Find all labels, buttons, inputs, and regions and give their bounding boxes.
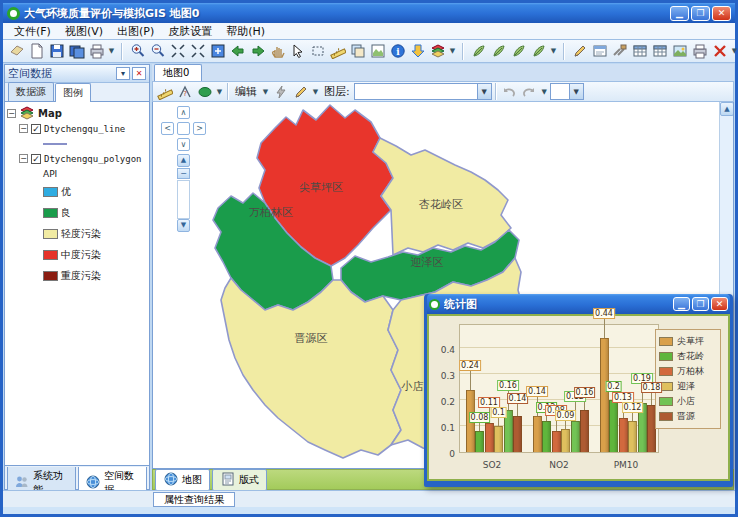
save-icon[interactable] — [47, 42, 66, 61]
measure-icon[interactable] — [328, 42, 347, 61]
pan-up-button[interactable]: ∧ — [177, 106, 190, 119]
chevron-down-icon[interactable]: ▼ — [477, 84, 491, 99]
attribute-form-icon[interactable] — [590, 42, 609, 61]
pan-down-button[interactable]: ∨ — [177, 138, 190, 151]
close-button[interactable]: ✕ — [712, 6, 731, 21]
edit-pencil-icon[interactable] — [570, 42, 589, 61]
dropdown-caret-icon[interactable]: ▼ — [107, 42, 116, 61]
map-viewer-icon[interactable] — [368, 42, 387, 61]
attribute-result-tab[interactable]: 属性查询结果 — [153, 492, 235, 507]
pan-icon[interactable] — [268, 42, 287, 61]
overlap-icon[interactable] — [348, 42, 367, 61]
globe-icon — [163, 471, 179, 489]
new-map-icon[interactable] — [27, 42, 46, 61]
dropdown-caret-icon[interactable]: ▼ — [730, 42, 738, 61]
select-icon[interactable] — [288, 42, 307, 61]
forward-icon[interactable] — [248, 42, 267, 61]
info-icon[interactable]: i — [388, 42, 407, 61]
dropdown-caret-icon[interactable]: ▼ — [549, 42, 558, 61]
chart-minimize-button[interactable]: ▁ — [673, 297, 690, 311]
maximize-button[interactable]: ❐ — [691, 6, 710, 21]
dropdown-caret-icon[interactable]: ▼ — [540, 82, 549, 101]
zoom-slider-track[interactable] — [177, 180, 190, 219]
dropdown-caret-icon[interactable]: ▼ — [448, 42, 457, 61]
zoom-in-center-icon[interactable] — [168, 42, 187, 61]
flash-icon[interactable] — [271, 82, 290, 101]
chart-maximize-button[interactable]: ❐ — [692, 297, 709, 311]
layers-icon[interactable] — [428, 42, 447, 61]
draw-tool-icon[interactable] — [509, 42, 528, 61]
field-label: API — [43, 169, 57, 179]
undo-icon[interactable] — [500, 82, 519, 101]
layer-combobox[interactable]: ▼ — [354, 83, 492, 100]
district-jinyuan[interactable] — [221, 278, 401, 458]
map-view-tab-1[interactable]: 版式 — [212, 469, 267, 491]
expander-icon[interactable]: − — [19, 124, 28, 133]
pan-left-button[interactable]: < — [161, 122, 174, 135]
dropdown-caret-icon[interactable]: ▼ — [311, 82, 320, 101]
zoom-out-center-icon[interactable] — [188, 42, 207, 61]
expander-icon[interactable]: − — [7, 109, 16, 118]
area-icon[interactable] — [195, 82, 214, 101]
print-icon[interactable] — [87, 42, 106, 61]
zoom-in-icon[interactable] — [128, 42, 147, 61]
chevron-down-icon[interactable]: ▼ — [569, 84, 583, 99]
full-extent-icon[interactable] — [208, 42, 227, 61]
export-icon[interactable] — [690, 42, 709, 61]
value-label: 0.14 — [526, 386, 548, 397]
district-label-xinghualing: 杏花岭区 — [418, 198, 463, 211]
panel-tab-1[interactable]: 图例 — [55, 83, 91, 102]
angle-icon[interactable]: ? — [175, 82, 194, 101]
pan-center-button[interactable] — [177, 122, 190, 135]
pin-icon[interactable]: ▾ — [116, 67, 130, 80]
delete-icon[interactable] — [710, 42, 729, 61]
zoom-slider-up-icon[interactable]: ▲ — [177, 154, 190, 167]
ruler-icon[interactable] — [155, 82, 174, 101]
pan-right-button[interactable]: > — [193, 122, 206, 135]
layers-icon — [19, 105, 35, 123]
workspace-icon[interactable] — [7, 42, 26, 61]
back-icon[interactable] — [228, 42, 247, 61]
status-bar — [3, 507, 735, 514]
draw-tool-icon[interactable] — [489, 42, 508, 61]
legend-item: 尖草坪 — [659, 334, 717, 349]
zoom-slider-thumb[interactable]: − — [177, 168, 190, 179]
panel-close-icon[interactable]: ✕ — [132, 67, 146, 80]
dropdown-caret-icon[interactable]: ▼ — [215, 82, 224, 101]
scale-combobox[interactable]: ▼ — [550, 83, 584, 100]
layer-checkbox[interactable]: ✓ — [31, 154, 41, 164]
minimize-button[interactable]: ▁ — [670, 6, 689, 21]
layer-checkbox[interactable]: ✓ — [31, 124, 41, 134]
value-label: 0.18 — [641, 382, 663, 393]
chart-close-button[interactable]: ✕ — [711, 297, 728, 311]
zoom-slider-down-icon[interactable]: ▼ — [177, 219, 190, 232]
sketch-icon[interactable] — [291, 82, 310, 101]
draw-tool-icon[interactable] — [529, 42, 548, 61]
map-view-tab-0[interactable]: 地图 — [155, 469, 210, 491]
panel-tab-0[interactable]: 数据源 — [8, 82, 54, 101]
zoom-out-icon[interactable] — [148, 42, 167, 61]
menu-item-3[interactable]: 皮肤设置 — [161, 23, 219, 40]
redo-icon[interactable] — [520, 82, 539, 101]
edit-menu-button[interactable]: 编辑 — [232, 84, 260, 99]
save-all-icon[interactable] — [67, 42, 86, 61]
legend-swatch — [659, 337, 673, 346]
draw-tool-icon[interactable] — [469, 42, 488, 61]
district-xinghualing[interactable] — [373, 138, 511, 255]
menu-item-1[interactable]: 视图(V) — [58, 23, 110, 40]
toolbar-group-0: ▼ — [5, 42, 118, 61]
scroll-up-icon[interactable]: ▲ — [720, 102, 734, 116]
attribute-table-icon[interactable] — [630, 42, 649, 61]
map-doc-tab[interactable]: 地图0 — [154, 64, 202, 81]
menu-item-4[interactable]: 帮助(H) — [219, 23, 272, 40]
select-rect-icon[interactable] — [308, 42, 327, 61]
menu-item-2[interactable]: 出图(P) — [110, 23, 161, 40]
menu-item-0[interactable]: 文件(F) — [7, 23, 58, 40]
table-edit-icon[interactable] — [650, 42, 669, 61]
bar-尖草坪 — [600, 338, 609, 452]
chevron-down-icon[interactable]: ▼ — [261, 82, 270, 101]
expander-icon[interactable]: − — [19, 154, 28, 163]
add-data-icon[interactable] — [408, 42, 427, 61]
edit-tools-icon[interactable] — [610, 42, 629, 61]
snapshot-icon[interactable] — [670, 42, 689, 61]
